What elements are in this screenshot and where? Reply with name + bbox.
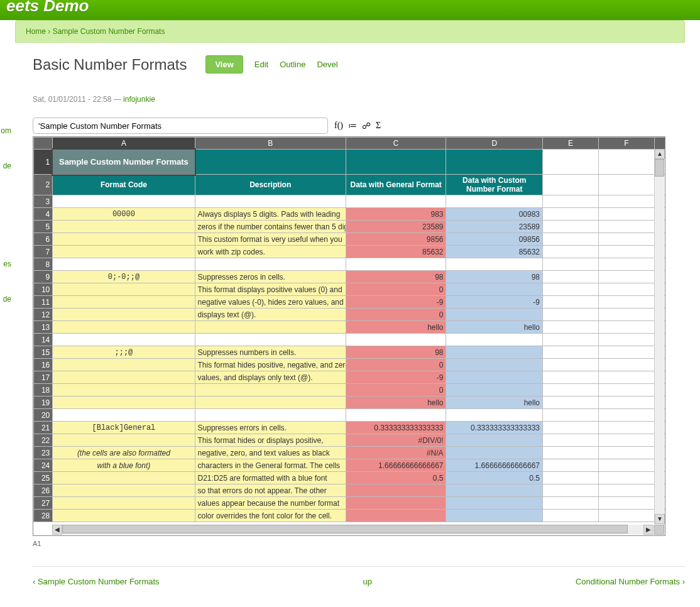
cell[interactable] [53, 283, 195, 296]
cell[interactable]: color overrides the font color for the c… [195, 510, 346, 522]
cell[interactable] [53, 321, 195, 334]
cell[interactable] [598, 497, 654, 510]
row-header[interactable]: 11 [34, 296, 53, 309]
scroll-left-icon[interactable]: ◀ [52, 525, 62, 535]
cell[interactable] [53, 221, 195, 233]
cell[interactable] [598, 309, 654, 321]
cell[interactable] [446, 195, 543, 208]
cell[interactable]: values appear because the number format [195, 497, 346, 510]
cell[interactable] [346, 510, 446, 522]
pager-prev[interactable]: ‹ Sample Custom Number Formats [33, 577, 160, 586]
cell[interactable]: 98 [346, 271, 446, 283]
cell[interactable]: -9 [346, 371, 446, 384]
cell[interactable] [195, 396, 346, 409]
row-header[interactable]: 12 [34, 309, 53, 321]
row-header[interactable]: 7 [34, 246, 53, 258]
cell[interactable]: negative, zero, and text values as black [195, 447, 346, 459]
cell[interactable] [53, 396, 195, 409]
cell[interactable] [446, 497, 543, 510]
cell[interactable] [598, 321, 654, 334]
cell[interactable]: 1.66666666666667 [346, 459, 446, 472]
cell[interactable] [53, 484, 195, 497]
cell[interactable] [446, 371, 543, 384]
cell[interactable] [53, 309, 195, 321]
cell[interactable] [446, 309, 543, 321]
row-header[interactable]: 26 [34, 484, 53, 497]
cell[interactable] [446, 484, 543, 497]
cell[interactable] [543, 359, 599, 371]
cell[interactable]: 85632 [446, 246, 543, 258]
cell[interactable] [195, 195, 346, 208]
header-custom[interactable]: Data with Custom Number Format [446, 175, 543, 195]
cell[interactable] [598, 208, 654, 221]
row-header[interactable]: 2 [34, 175, 53, 195]
post-author[interactable]: infojunkie [123, 95, 155, 104]
cell[interactable]: 09856 [446, 233, 543, 246]
title-cell[interactable]: Sample Custom Number Formats [53, 150, 195, 175]
row-header[interactable]: 15 [34, 346, 53, 359]
cell[interactable] [53, 384, 195, 396]
cell[interactable] [446, 334, 543, 346]
row-header[interactable]: 14 [34, 334, 53, 346]
cell[interactable]: 0.5 [446, 472, 543, 484]
row-header[interactable]: 21 [34, 422, 53, 434]
cell[interactable]: ;;;@ [53, 346, 195, 359]
cell[interactable] [543, 296, 599, 309]
row-header[interactable]: 24 [34, 459, 53, 472]
cell[interactable] [543, 221, 599, 233]
cell[interactable] [543, 459, 599, 472]
row-header[interactable]: 6 [34, 233, 53, 246]
vertical-scrollbar[interactable]: ▲ ▼ [654, 149, 664, 524]
cell[interactable] [543, 258, 599, 271]
cell[interactable] [543, 321, 599, 334]
row-header[interactable]: 8 [34, 258, 53, 271]
link-icon[interactable]: ☍ [362, 121, 371, 131]
cell[interactable]: 1.66666666666667 [446, 459, 543, 472]
cell[interactable] [53, 246, 195, 258]
resize-grip-icon[interactable] [654, 525, 664, 535]
cell[interactable] [543, 246, 599, 258]
cell[interactable] [53, 195, 195, 208]
row-header[interactable]: 25 [34, 472, 53, 484]
row-header[interactable]: 19 [34, 396, 53, 409]
cell[interactable]: so that errors do not appear. The other [195, 484, 346, 497]
cell[interactable]: 85632 [346, 246, 446, 258]
scroll-thumb[interactable] [62, 525, 628, 533]
scroll-up-icon[interactable]: ▲ [655, 149, 665, 159]
formula-input[interactable] [33, 118, 328, 134]
cell[interactable] [195, 409, 346, 422]
cell[interactable] [598, 271, 654, 283]
cell[interactable]: #N/A [346, 447, 446, 459]
tab-outline[interactable]: Outline [280, 60, 305, 69]
cell[interactable] [346, 258, 446, 271]
row-header[interactable]: 10 [34, 283, 53, 296]
cell[interactable]: 98 [446, 271, 543, 283]
tab-edit[interactable]: Edit [254, 60, 268, 69]
cell[interactable]: Suppresses zeros in cells. [195, 271, 346, 283]
cell[interactable] [543, 309, 599, 321]
cell[interactable]: Suppresses errors in cells. [195, 422, 346, 434]
cell[interactable] [543, 472, 599, 484]
cell[interactable] [598, 233, 654, 246]
horizontal-scrollbar[interactable]: ◀ ▶ [52, 525, 654, 535]
cell[interactable] [346, 409, 446, 422]
col-header-D[interactable]: D [446, 138, 543, 150]
cell[interactable] [446, 384, 543, 396]
cell[interactable] [598, 195, 654, 208]
cell[interactable] [53, 497, 195, 510]
cell[interactable] [446, 258, 543, 271]
cell[interactable] [446, 447, 543, 459]
cell[interactable] [598, 246, 654, 258]
cell[interactable]: 23589 [446, 221, 543, 233]
cell[interactable] [446, 283, 543, 296]
row-header[interactable]: 18 [34, 384, 53, 396]
cell[interactable] [53, 296, 195, 309]
row-header[interactable]: 16 [34, 359, 53, 371]
cell[interactable]: 00000 [53, 208, 195, 221]
cell[interactable] [346, 497, 446, 510]
cell[interactable]: hello [346, 321, 446, 334]
cell[interactable] [543, 334, 599, 346]
scroll-down-icon[interactable]: ▼ [655, 514, 665, 524]
cell[interactable] [543, 208, 599, 221]
cell[interactable] [598, 472, 654, 484]
